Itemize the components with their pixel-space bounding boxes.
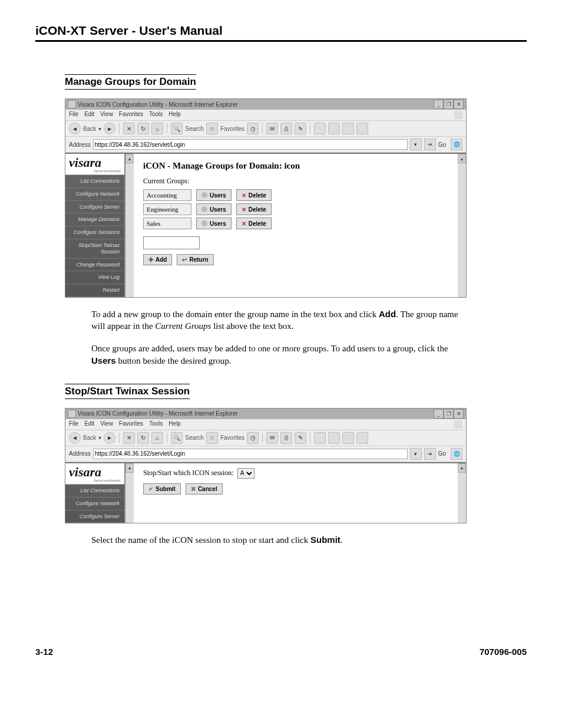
history-icon[interactable]: ◷ xyxy=(247,432,259,444)
return-button[interactable]: Return xyxy=(177,254,213,265)
cancel-icon xyxy=(191,486,196,492)
sidebar-item-configure-network[interactable]: Configure Network xyxy=(65,188,124,201)
delete-button[interactable]: ✕Delete xyxy=(236,189,272,201)
close-button[interactable]: ✕ xyxy=(454,100,464,109)
address-input[interactable] xyxy=(93,449,408,459)
go-button[interactable]: ➜ xyxy=(424,139,436,150)
new-group-input[interactable] xyxy=(143,236,200,249)
tool-icon-3[interactable] xyxy=(342,123,354,134)
scroll-up-icon[interactable]: ▴ xyxy=(458,154,466,163)
forward-button[interactable]: ► xyxy=(104,432,115,444)
cancel-button[interactable]: Cancel xyxy=(186,483,223,495)
refresh-button[interactable]: ↻ xyxy=(137,123,149,134)
session-label: Stop/Start which ICON session: xyxy=(143,469,234,477)
submit-button[interactable]: Submit xyxy=(143,483,181,495)
section-title-manage-groups: Manage Groups for Domain xyxy=(65,74,196,90)
delete-icon: ✕ xyxy=(242,206,246,213)
mail-icon[interactable]: ✉ xyxy=(266,123,278,134)
print-icon[interactable]: ⎙ xyxy=(280,432,292,444)
forward-button[interactable]: ► xyxy=(104,123,115,134)
go-button[interactable]: ➜ xyxy=(424,448,436,460)
content-scrollbar[interactable]: ▴ xyxy=(458,154,466,297)
address-dropdown-icon[interactable]: ▾ xyxy=(410,448,422,460)
search-icon[interactable]: 🔍 xyxy=(171,432,183,444)
sidebar-item-configure-network[interactable]: Configure Network xyxy=(65,498,124,510)
scroll-up-icon[interactable]: ▴ xyxy=(125,463,134,473)
menu-favorites[interactable]: Favorites xyxy=(119,420,143,429)
menu-view[interactable]: View xyxy=(100,420,113,429)
sidebar-item-configure-server[interactable]: Configure Server xyxy=(65,201,124,214)
mail-icon[interactable]: ✉ xyxy=(266,432,278,444)
current-groups-label: Current Groups: xyxy=(143,177,448,186)
sidebar-item-manage-domains[interactable]: Manage Domains xyxy=(65,213,124,226)
menu-help[interactable]: Help xyxy=(168,420,181,429)
home-button[interactable]: ⌂ xyxy=(151,123,163,134)
home-button[interactable]: ⌂ xyxy=(151,432,163,444)
delete-button[interactable]: ✕Delete xyxy=(236,218,272,229)
scroll-up-icon[interactable]: ▴ xyxy=(125,154,134,163)
search-icon[interactable]: 🔍 xyxy=(171,123,183,134)
menu-view[interactable]: View xyxy=(100,111,113,119)
back-button[interactable]: ◄ xyxy=(69,432,81,444)
sidebar-item-change-password[interactable]: Change Password xyxy=(65,259,124,272)
menu-file[interactable]: File xyxy=(69,111,78,119)
group-row: Engineering Users ✕Delete xyxy=(143,203,448,215)
back-dropdown-icon[interactable]: ▾ xyxy=(98,126,101,132)
tool-icon-2[interactable] xyxy=(328,123,340,134)
stop-button[interactable]: ✕ xyxy=(123,123,135,134)
users-button[interactable]: Users xyxy=(196,218,232,229)
tool-icon-4[interactable] xyxy=(356,123,368,134)
minimize-button[interactable]: _ xyxy=(434,409,444,419)
sidebar-item-list-connections[interactable]: List Connections xyxy=(65,485,124,498)
menu-tools[interactable]: Tools xyxy=(149,111,163,119)
address-input[interactable] xyxy=(93,139,408,150)
tool-icon-1[interactable] xyxy=(314,123,326,134)
sidebar-item-view-log[interactable]: View Log xyxy=(65,271,124,284)
close-button[interactable]: ✕ xyxy=(454,409,464,419)
sidebar-item-configure-server[interactable]: Configure Server xyxy=(65,510,124,523)
favorites-icon[interactable]: ☆ xyxy=(206,123,218,134)
scroll-up-icon[interactable]: ▴ xyxy=(458,463,466,473)
session-select[interactable]: A xyxy=(237,468,254,479)
maximize-button[interactable]: ❐ xyxy=(444,409,454,419)
menu-help[interactable]: Help xyxy=(168,111,181,119)
plus-icon xyxy=(148,256,153,263)
favorites-icon[interactable]: ☆ xyxy=(206,432,218,444)
print-icon[interactable]: ⎙ xyxy=(280,123,292,134)
edit-icon[interactable]: ✎ xyxy=(295,123,306,134)
menu-favorites[interactable]: Favorites xyxy=(119,111,143,119)
minimize-button[interactable]: _ xyxy=(434,100,444,109)
add-button[interactable]: Add xyxy=(143,254,172,265)
history-icon[interactable]: ◷ xyxy=(247,123,259,134)
users-button[interactable]: Users xyxy=(196,203,232,215)
links-icon[interactable]: 🌐 xyxy=(451,448,462,460)
menu-edit[interactable]: Edit xyxy=(84,111,94,119)
maximize-button[interactable]: ❐ xyxy=(444,100,454,109)
menu-file[interactable]: File xyxy=(69,420,78,429)
sidebar-scrollbar[interactable]: ▴ xyxy=(125,463,134,523)
menu-edit[interactable]: Edit xyxy=(84,420,94,429)
delete-button[interactable]: ✕Delete xyxy=(236,203,272,215)
links-icon[interactable]: 🌐 xyxy=(451,139,462,150)
users-button[interactable]: Users xyxy=(196,189,232,201)
sidebar-item-restart[interactable]: Restart xyxy=(65,284,124,297)
sidebar-item-stop-start-twinax[interactable]: Stop/Start Twinax Session xyxy=(65,239,124,259)
stop-button[interactable]: ✕ xyxy=(123,432,135,444)
back-button[interactable]: ◄ xyxy=(69,123,81,134)
content-scrollbar[interactable]: ▴ xyxy=(458,463,466,523)
back-dropdown-icon[interactable]: ▾ xyxy=(98,434,101,441)
sidebar-scrollbar[interactable]: ▴ xyxy=(125,154,134,297)
tool-icon-2[interactable] xyxy=(328,432,340,444)
window-titlebar: Visara ICON Configuration Utility - Micr… xyxy=(65,409,466,419)
sidebar-item-configure-sessions[interactable]: Configure Sessions xyxy=(65,226,124,239)
tool-icon-1[interactable] xyxy=(314,432,326,444)
menu-tools[interactable]: Tools xyxy=(149,420,163,429)
body-paragraph: Once groups are added, users may be adde… xyxy=(91,342,468,367)
screenshot-manage-groups: Visara ICON Configuration Utility - Micr… xyxy=(65,98,467,298)
edit-icon[interactable]: ✎ xyxy=(295,432,306,444)
sidebar-item-list-connections[interactable]: List Connections xyxy=(65,175,124,188)
address-dropdown-icon[interactable]: ▾ xyxy=(410,139,422,150)
tool-icon-4[interactable] xyxy=(356,432,368,444)
tool-icon-3[interactable] xyxy=(342,432,354,444)
refresh-button[interactable]: ↻ xyxy=(137,432,149,444)
